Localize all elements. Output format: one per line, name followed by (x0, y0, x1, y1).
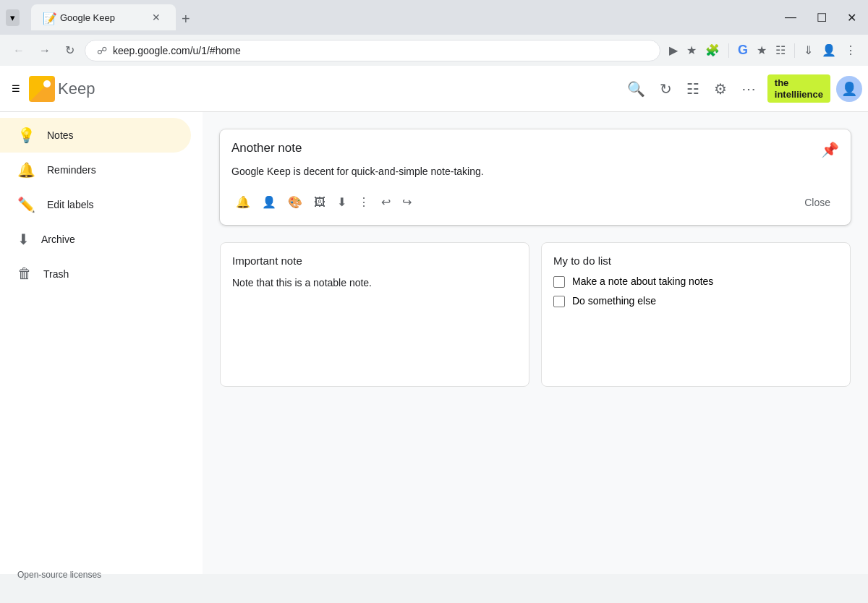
close-note-button[interactable]: Close (796, 192, 839, 213)
reminders-icon: 🔔 (17, 161, 35, 179)
address-bar[interactable]: ☍ keep.google.com/u/1/#home (85, 40, 660, 61)
note-card-body-important: Note that this is a notable note. (232, 275, 517, 291)
intelligence-line1: the (775, 77, 823, 89)
bookmark-manager-button[interactable]: ★ (754, 40, 770, 60)
avatar[interactable]: 👤 (836, 76, 862, 102)
refresh-button[interactable]: ↻ (61, 39, 79, 61)
extensions-button[interactable]: 🧩 (702, 40, 723, 60)
toolbar-separator2 (794, 43, 795, 58)
open-source-licenses-link[interactable]: Open-source licenses (0, 558, 119, 574)
notes-label: Notes (47, 129, 74, 141)
bookmark-button[interactable]: ★ (684, 40, 699, 60)
toolbar-separator (728, 43, 729, 58)
note-card-title-important: Important note (232, 255, 517, 267)
content-area: 📌 Another note Google Keep is decent for… (203, 112, 868, 574)
app-logo: Keep (29, 76, 95, 102)
image-button[interactable]: 🖼 (310, 192, 330, 213)
redo-button[interactable]: ↪ (398, 191, 416, 213)
undo-button[interactable]: ↩ (377, 191, 395, 213)
reading-list-button[interactable]: ☷ (773, 40, 788, 60)
cast-button[interactable]: ▶ (666, 40, 681, 60)
note-toolbar: 🔔 👤 🎨 🖼 ⬇ ⋮ ↩ ↪ Close (231, 191, 839, 213)
todo-checkbox-2[interactable] (553, 296, 565, 307)
notes-icon: 💡 (17, 127, 35, 144)
pin-button[interactable]: 📌 (821, 141, 839, 158)
reminders-label: Reminders (47, 164, 96, 176)
sidebar-item-trash[interactable]: 🗑 Trash (0, 257, 191, 291)
active-tab[interactable]: 📝 Google Keep ✕ (31, 4, 176, 30)
tab-favicon: 📝 (43, 12, 54, 23)
todo-checkbox-1[interactable] (553, 276, 565, 288)
expanded-note[interactable]: 📌 Another note Google Keep is decent for… (220, 129, 851, 225)
tab-close-button[interactable]: ✕ (148, 10, 164, 25)
keep-logo-icon (29, 76, 55, 102)
settings-button[interactable]: ⚙ (708, 74, 733, 103)
note-card-title-todo: My to do list (553, 255, 838, 267)
collaborator-button[interactable]: 👤 (258, 191, 281, 213)
tab-title: Google Keep (60, 12, 142, 23)
refresh-notes-button[interactable]: ↻ (654, 74, 678, 103)
dropdown-icon: ▾ (10, 12, 15, 23)
profile-button[interactable]: 👤 (819, 40, 839, 60)
expanded-note-title: Another note (231, 141, 839, 155)
search-button[interactable]: 🔍 (621, 74, 651, 103)
archive-note-button[interactable]: ⬇ (333, 191, 351, 213)
color-button[interactable]: 🎨 (284, 191, 307, 213)
trash-label: Trash (43, 268, 69, 280)
archive-icon: ⬇ (17, 231, 30, 248)
note-card-todo[interactable]: My to do list Make a note about taking n… (541, 242, 851, 387)
maximize-button[interactable]: ☐ (811, 8, 833, 27)
app-name: Keep (58, 80, 95, 98)
sidebar-item-notes[interactable]: 💡 Notes (0, 118, 191, 153)
more-button[interactable]: ⋮ (354, 191, 374, 213)
new-tab-button[interactable]: + (176, 8, 196, 30)
security-icon: ☍ (97, 45, 107, 56)
sidebar: 💡 Notes 🔔 Reminders ✏️ Edit labels ⬇ Arc… (0, 112, 203, 574)
back-button[interactable]: ← (9, 40, 29, 61)
minimize-button[interactable]: — (779, 8, 802, 27)
edit-labels-label: Edit labels (47, 199, 94, 210)
intelligence-line2: intelliience (775, 89, 823, 100)
todo-item-2: Do something else (553, 295, 838, 307)
hamburger-icon: ☰ (12, 83, 20, 94)
close-button[interactable]: ✕ (841, 8, 862, 27)
todo-item-1: Make a note about taking notes (553, 275, 838, 288)
todo-label-2: Do something else (572, 295, 656, 307)
note-card-important[interactable]: Important note Note that this is a notab… (220, 242, 529, 387)
google-icon-button[interactable]: G (735, 40, 751, 61)
todo-list: Make a note about taking notes Do someth… (553, 275, 838, 307)
url-text: keep.google.com/u/1/#home (113, 45, 648, 56)
notes-grid: Important note Note that this is a notab… (220, 242, 851, 387)
sidebar-item-edit-labels[interactable]: ✏️ Edit labels (0, 187, 191, 222)
todo-label-1: Make a note about taking notes (572, 275, 713, 287)
download-button[interactable]: ⇓ (801, 40, 816, 60)
forward-button[interactable]: → (35, 40, 55, 61)
chrome-menu-button[interactable]: ⋮ (842, 40, 859, 60)
hamburger-menu-button[interactable]: ☰ (6, 77, 26, 100)
archive-label: Archive (41, 234, 75, 245)
expanded-note-body: Google Keep is decent for quick-and-simp… (231, 164, 839, 179)
edit-labels-icon: ✏️ (17, 196, 35, 213)
google-apps-button[interactable]: ⋯ (736, 74, 762, 103)
chrome-dropdown[interactable]: ▾ (6, 9, 20, 26)
intelligence-badge: the intelliience (767, 74, 830, 103)
remind-button[interactable]: 🔔 (231, 191, 255, 213)
sidebar-item-reminders[interactable]: 🔔 Reminders (0, 153, 191, 187)
sidebar-item-archive[interactable]: ⬇ Archive (0, 222, 191, 257)
trash-icon: 🗑 (17, 265, 32, 282)
list-view-button[interactable]: ☷ (681, 74, 705, 103)
